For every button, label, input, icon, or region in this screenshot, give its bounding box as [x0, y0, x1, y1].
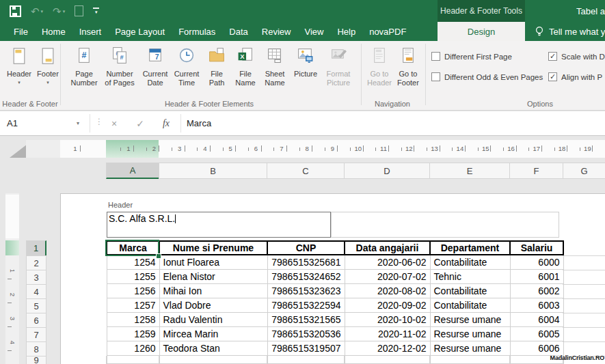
checkbox-align-with-p[interactable]: ✓Align with P: [548, 72, 602, 81]
cell[interactable]: 6006: [510, 341, 563, 356]
file-name-button[interactable]: XFileName: [231, 44, 260, 107]
insert-function-icon[interactable]: fx: [156, 111, 176, 135]
vertical-ruler[interactable]: 1234: [5, 193, 19, 364]
cell[interactable]: Contabilitate: [430, 284, 510, 298]
column-header-g[interactable]: G: [563, 163, 605, 179]
cell-header-cnp[interactable]: CNP: [267, 241, 345, 255]
sheet-name-button[interactable]: SheetName: [260, 44, 290, 107]
tab-page-layout[interactable]: Page Layout: [108, 22, 172, 41]
checked-checkbox-icon[interactable]: ✓: [548, 72, 557, 81]
cell-header-departament[interactable]: Departament: [430, 241, 510, 255]
undo-icon[interactable]: ↶▾: [31, 6, 43, 16]
cell[interactable]: 7986515324652: [267, 270, 345, 284]
row-header-2[interactable]: 2: [26, 255, 46, 270]
format-picture-button[interactable]: FormatPicture: [321, 44, 355, 107]
column-header-b[interactable]: B: [159, 163, 267, 179]
tab-review[interactable]: Review: [255, 22, 298, 41]
cell[interactable]: [267, 356, 345, 364]
cell[interactable]: Mihai Ion: [159, 284, 267, 298]
cell[interactable]: [430, 356, 510, 364]
cell[interactable]: 1259: [107, 327, 159, 341]
row-header-4[interactable]: 4: [26, 284, 46, 299]
tab-formulas[interactable]: Formulas: [172, 22, 222, 41]
page-header-center-box[interactable]: [331, 212, 559, 238]
cell[interactable]: [107, 356, 159, 364]
cell[interactable]: 7986515321565: [267, 313, 345, 327]
cell-header-nume-si-prenume[interactable]: Nume si Prenume: [159, 241, 267, 255]
cell[interactable]: 2020-07-02: [345, 270, 430, 284]
unchecked-checkbox-icon[interactable]: [431, 72, 440, 81]
column-header-a[interactable]: A: [106, 163, 159, 179]
cell[interactable]: 6001: [510, 270, 563, 284]
current-time-button[interactable]: CurrentTime: [171, 44, 202, 107]
column-header-f[interactable]: F: [509, 163, 563, 179]
column-header-c[interactable]: C: [267, 163, 345, 179]
cell[interactable]: Elena Nistor: [159, 270, 267, 284]
page-header-left-box[interactable]: S.C. Alfa S.R.L.: [107, 212, 331, 238]
cell[interactable]: 6005: [510, 327, 563, 341]
tab-file[interactable]: File: [7, 22, 35, 41]
new-document-icon[interactable]: [75, 5, 83, 16]
cell[interactable]: 7986515325681: [267, 255, 345, 270]
cell[interactable]: Resurse umane: [430, 327, 510, 341]
save-icon[interactable]: [10, 5, 21, 17]
formula-bar-grip-icon[interactable]: ⋮: [95, 117, 103, 126]
horizontal-ruler[interactable]: 112345678910111213141516171819: [26, 140, 605, 158]
redo-chevron-icon[interactable]: ▾: [63, 9, 66, 14]
header-button[interactable]: Header▾: [4, 44, 34, 107]
checkbox-different-odd-even-pages[interactable]: Different Odd & Even Pages: [431, 72, 543, 81]
customize-quick-access-toolbar-icon[interactable]: ▾: [93, 8, 99, 14]
cell[interactable]: 1256: [107, 284, 159, 298]
cell[interactable]: Resurse umane: [430, 341, 510, 356]
column-header-e[interactable]: E: [429, 163, 510, 179]
cell[interactable]: 7986515320536: [267, 327, 345, 341]
tab-data[interactable]: Data: [222, 22, 254, 41]
cell[interactable]: Mircea Marin: [159, 327, 267, 341]
row-header-3[interactable]: 3: [26, 270, 46, 285]
footer-button[interactable]: Footer▾: [34, 44, 62, 107]
enter-icon[interactable]: ✓: [130, 111, 150, 135]
formula-input[interactable]: Marca: [187, 111, 211, 135]
cell[interactable]: 1255: [107, 270, 159, 284]
cell[interactable]: Resurse umane: [430, 313, 510, 327]
cell[interactable]: Teodora Stan: [159, 341, 267, 356]
cell[interactable]: 2020-08-02: [345, 284, 430, 298]
file-path-button[interactable]: FilePath: [202, 44, 231, 107]
cell[interactable]: 2020-12-02: [345, 341, 430, 356]
column-header-d[interactable]: D: [344, 163, 430, 179]
cell[interactable]: 6000: [510, 255, 563, 270]
cell[interactable]: Ionut Floarea: [159, 255, 267, 270]
cell[interactable]: 7986515322594: [267, 298, 345, 313]
cell[interactable]: 1258: [107, 313, 159, 327]
redo-icon[interactable]: ↷▾: [53, 6, 65, 16]
go-to-footer-button[interactable]: Go toFooter: [394, 44, 422, 107]
checkbox-scale-with-d[interactable]: ✓Scale with D: [548, 52, 605, 61]
cell[interactable]: 2020-06-02: [345, 255, 430, 270]
row-header-8[interactable]: 8: [26, 341, 46, 356]
cell[interactable]: 7986515323623: [267, 284, 345, 298]
page-number-button[interactable]: #PageNumber: [68, 44, 100, 107]
cell[interactable]: 1254: [107, 255, 159, 270]
checkbox-different-first-page[interactable]: Different First Page: [431, 52, 512, 61]
cell[interactable]: 2020-10-02: [345, 313, 430, 327]
number-of-pages-button[interactable]: ##Numberof Pages: [100, 44, 139, 107]
picture-button[interactable]: Picture: [290, 44, 321, 107]
cell[interactable]: 2020-11-02: [345, 327, 430, 341]
cell[interactable]: 1260: [107, 341, 159, 356]
row-header-6[interactable]: 6: [26, 313, 46, 328]
cell[interactable]: Contabilitate: [430, 255, 510, 270]
cell[interactable]: 7986515319507: [267, 341, 345, 356]
name-box[interactable]: A1 ▾: [0, 111, 89, 135]
cell[interactable]: 2020-09-02: [345, 298, 430, 313]
cell[interactable]: Contabilitate: [430, 298, 510, 313]
cell[interactable]: Vlad Dobre: [159, 298, 267, 313]
cell[interactable]: Tehnic: [430, 270, 510, 284]
cell[interactable]: 1257: [107, 298, 159, 313]
cancel-icon[interactable]: ×: [104, 111, 124, 135]
tab-novapdf[interactable]: novaPDF: [362, 22, 413, 41]
cell[interactable]: 6003: [510, 298, 563, 313]
tab-view[interactable]: View: [297, 22, 330, 41]
row-header-1[interactable]: 1: [26, 240, 46, 256]
tab-help[interactable]: Help: [330, 22, 362, 41]
cell[interactable]: [345, 356, 430, 364]
